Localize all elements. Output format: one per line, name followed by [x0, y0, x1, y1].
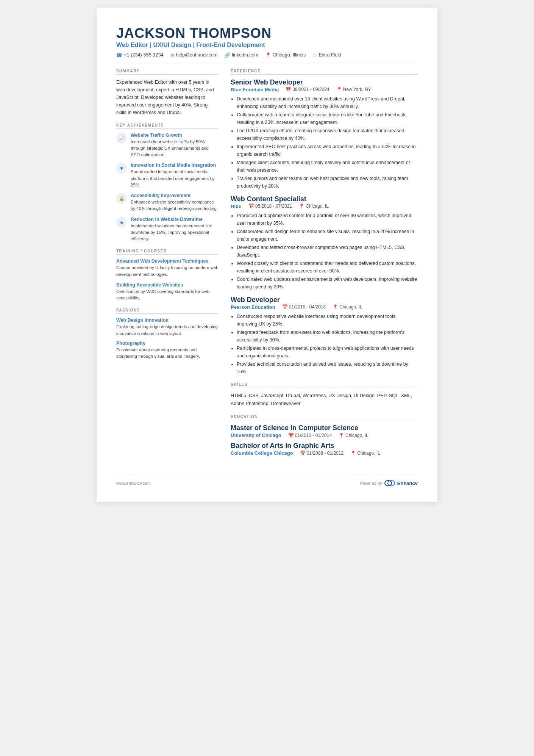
header: JACKSON THOMPSON Web Editor | UX/UI Desi… — [116, 26, 418, 62]
contact-extra: ☆ Extra Field — [312, 52, 341, 58]
bullet-item: Produced and optimized content for a por… — [237, 212, 418, 227]
company-name: Blue Fountain Media — [231, 87, 279, 92]
achievement-title: Accessibility Improvement — [131, 193, 219, 198]
skills-text: HTML5, CSS, JavaScript, Drupal, WordPres… — [231, 392, 418, 408]
achievement-title: Reduction in Website Downtime — [131, 217, 219, 222]
calendar-icon: 📅 — [282, 304, 288, 310]
left-column: SUMMARY Experienced Web Editor with over… — [116, 69, 219, 460]
contact-location: 📍 Chicago, Illinois — [265, 52, 306, 58]
bullet-item: Managed client accounts, ensuring timely… — [237, 159, 418, 174]
education-item-bachelors: Bachelor of Arts in Graphic Arts Columbi… — [231, 442, 418, 456]
passions-label: PASSIONS — [116, 308, 219, 314]
course-title: Building Accessible Websites — [116, 282, 219, 288]
job-web-content-specialist: Web Content Specialist Hibu 📅 05/2018 - … — [231, 195, 418, 291]
contact-linkedin: 🔗 linkedin.com — [224, 52, 258, 58]
job-title: Senior Web Developer — [231, 78, 418, 86]
job-location: 📍 New York, NY — [336, 87, 371, 92]
achievement-desc: Implemented solutions that decreased sit… — [131, 223, 219, 243]
job-bullets: Constructed responsive website interface… — [237, 313, 418, 376]
achievement-desc: Enhanced website accessibility complianc… — [131, 199, 219, 212]
achievement-item: 📈 Website Traffic Growth Increased clien… — [116, 133, 219, 158]
footer-powered: Powered by Enhancv — [360, 480, 418, 487]
achievements-list: 📈 Website Traffic Growth Increased clien… — [116, 133, 219, 243]
footer-url: www.enhancv.com — [116, 481, 151, 485]
job-senior-web-developer: Senior Web Developer Blue Fountain Media… — [231, 78, 418, 190]
bullet-item: Implemented SEO best practices across we… — [237, 143, 418, 158]
location-pin-icon: 📍 — [350, 451, 356, 456]
edu-meta: University of Chicago 📅 01/2012 - 01/201… — [231, 432, 418, 438]
bullet-item: Coordinated web updates and enhancements… — [237, 275, 418, 291]
passion-desc: Passionate about capturing moments and s… — [116, 347, 219, 360]
bullet-item: Worked closely with clients to understan… — [237, 260, 418, 275]
bullet-item: Participated in cross-departmental proje… — [237, 344, 418, 360]
candidate-name: JACKSON THOMPSON — [116, 26, 418, 41]
degree-title: Master of Science in Computer Science — [231, 424, 418, 432]
job-web-developer: Web Developer Pearson Education 📅 01/201… — [231, 296, 418, 376]
achievement-item: ★ Reduction in Website Downtime Implemen… — [116, 217, 219, 243]
achievement-icon-accessibility: 🔒 — [116, 193, 127, 204]
bullet-item: Led UI/UX redesign efforts, creating res… — [237, 127, 418, 142]
job-dates: 📅 08/2021 - 09/2024 — [286, 87, 329, 92]
edu-meta: Columbia College Chicago 📅 01/2008 - 01/… — [231, 450, 418, 456]
location-pin-icon: 📍 — [336, 87, 342, 92]
course-title: Advanced Web Development Techniques — [116, 258, 219, 264]
achievement-text-traffic: Website Traffic Growth Increased client … — [131, 133, 219, 158]
job-dates: 📅 01/2015 - 04/2018 — [282, 304, 326, 310]
job-meta: Pearson Education 📅 01/2015 - 04/2018 📍 … — [231, 304, 418, 310]
right-column: EXPERIENCE Senior Web Developer Blue Fou… — [231, 69, 418, 460]
education-label: EDUCATION — [231, 415, 418, 420]
email-icon: ✉ — [170, 52, 175, 58]
passion-desc: Exploring cutting-edge design trends and… — [116, 324, 219, 337]
experience-label: EXPERIENCE — [231, 69, 418, 75]
skills-label: SKILLS — [231, 382, 418, 388]
calendar-icon: 📅 — [288, 433, 294, 438]
achievements-label: KEY ACHIEVEMENTS — [116, 123, 219, 129]
school-name: Columbia College Chicago — [231, 450, 293, 456]
passion-item: Photography Passionate about capturing m… — [116, 341, 219, 360]
bullet-item: Collaborated with design team to enhance… — [237, 228, 418, 243]
job-title: Web Developer — [231, 296, 418, 304]
achievement-icon-traffic: 📈 — [116, 133, 127, 144]
achievement-desc: Increased client website traffic by 50% … — [131, 139, 219, 158]
passion-title: Photography — [116, 341, 219, 346]
training-label: TRAINING / COURSES — [116, 249, 219, 255]
edu-dates: 📅 01/2008 - 01/2012 — [300, 451, 344, 456]
bullet-item: Constructed responsive website interface… — [237, 313, 418, 328]
phone-icon: ☎ — [116, 52, 122, 58]
enhancv-logo-icon — [384, 480, 395, 487]
bullet-item: Integrated feedback from end-users into … — [237, 329, 418, 344]
resume-page: JACKSON THOMPSON Web Editor | UX/UI Desi… — [97, 8, 437, 502]
job-location: 📍 Chicago, IL — [333, 304, 362, 310]
bullet-item: Developed and maintained over 15 client … — [237, 95, 418, 110]
bullet-item: Collaborated with a team to integrate so… — [237, 111, 418, 126]
location-icon: 📍 — [265, 52, 271, 58]
training-list: Advanced Web Development Techniques Cour… — [116, 258, 219, 301]
bullet-item: Trained juniors and peer teams on web be… — [237, 175, 418, 190]
calendar-icon: 📅 — [248, 203, 254, 209]
summary-label: SUMMARY — [116, 69, 219, 75]
job-dates: 📅 05/2018 - 07/2021 — [248, 203, 292, 209]
edu-location: 📍 Chicago, IL — [339, 433, 368, 438]
job-location: 📍 Chicago, IL — [299, 203, 329, 209]
achievement-text-accessibility: Accessibility Improvement Enhanced websi… — [131, 193, 219, 212]
achievement-text-social: Innovation in Social Media Integration S… — [131, 163, 219, 188]
achievement-desc: Spearheaded integration of social media … — [131, 169, 219, 188]
degree-title: Bachelor of Arts in Graphic Arts — [231, 442, 418, 450]
contact-phone: ☎ +1-(234)-555-1234 — [116, 52, 164, 58]
job-meta: Blue Fountain Media 📅 08/2021 - 09/2024 … — [231, 87, 418, 92]
two-column-layout: SUMMARY Experienced Web Editor with over… — [116, 69, 418, 460]
education-item-masters: Master of Science in Computer Science Un… — [231, 424, 418, 438]
contact-email: ✉ help@enhancv.com — [170, 52, 218, 58]
job-bullets: Developed and maintained over 15 client … — [237, 95, 418, 190]
summary-text: Experienced Web Editor with over 5 years… — [116, 78, 219, 116]
calendar-icon: 📅 — [286, 87, 291, 92]
footer: www.enhancv.com Powered by Enhancv — [116, 475, 418, 487]
bullet-item: Developed and tested cross-browser compa… — [237, 244, 418, 259]
job-title: Web Content Specialist — [231, 195, 418, 203]
edu-location: 📍 Chicago, IL — [350, 451, 380, 456]
brand-name: Enhancv — [397, 481, 418, 486]
course-desc: Certification by W3C covering standards … — [116, 288, 219, 302]
bullet-item: Provided technical consultation and solv… — [237, 360, 418, 376]
achievement-title: Website Traffic Growth — [131, 133, 219, 138]
passion-item: Web Design Innovation Exploring cutting-… — [116, 318, 219, 337]
